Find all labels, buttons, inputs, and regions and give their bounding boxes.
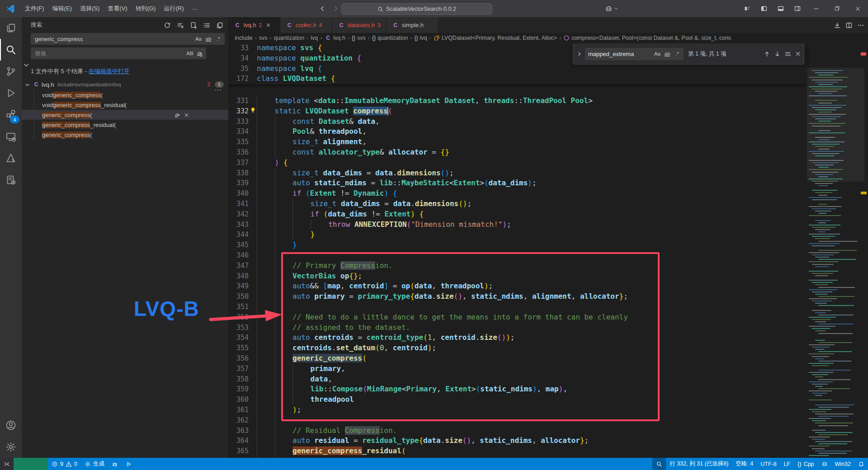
line-number[interactable]: 341 bbox=[228, 199, 249, 209]
activity-search-button[interactable] bbox=[0, 39, 22, 61]
code-line[interactable]: 350auto primary = primary_type{data.size… bbox=[228, 291, 807, 302]
previous-match-icon[interactable] bbox=[764, 51, 770, 57]
line-number[interactable]: 364 bbox=[228, 436, 249, 446]
line-number[interactable]: 340 bbox=[228, 188, 249, 199]
tab-simple-h[interactable]: Csimple.h bbox=[387, 17, 439, 33]
refresh-button[interactable] bbox=[162, 20, 172, 30]
dismiss-match-button[interactable] bbox=[184, 112, 189, 118]
open-in-editor-button[interactable] bbox=[215, 20, 225, 30]
replace-input[interactable] bbox=[31, 47, 206, 59]
breadcrumb-item[interactable]: svs bbox=[259, 35, 268, 41]
line-number[interactable]: 339 bbox=[228, 178, 249, 188]
activity-run-debug-button[interactable] bbox=[0, 82, 22, 104]
status-problems[interactable]: 90 bbox=[48, 458, 81, 470]
line-number[interactable]: 334 bbox=[228, 127, 249, 137]
activity-cmake-button[interactable] bbox=[0, 147, 22, 169]
minimize-button[interactable] bbox=[806, 0, 826, 17]
open-in-editor-link[interactable]: 在编辑器中打开 bbox=[89, 68, 130, 75]
line-number[interactable]: 344 bbox=[228, 230, 249, 240]
breadcrumb-item[interactable]: {}svs bbox=[352, 35, 366, 41]
line-number[interactable]: 347 bbox=[228, 261, 249, 271]
menu-item-6[interactable]: ··· bbox=[188, 4, 202, 14]
command-center-search[interactable]: ScalableVectorSearch-0.0.2 bbox=[341, 3, 492, 15]
breadcrumb-item[interactable]: LVQDataset<Primary, Residual, Extent, Al… bbox=[434, 35, 557, 41]
code-line[interactable]: 354auto centroids = centroid_type(1, cen… bbox=[228, 333, 807, 343]
status-run-target[interactable] bbox=[122, 458, 135, 470]
line-number[interactable]: 358 bbox=[228, 374, 249, 385]
code-line[interactable]: 343throw ANNEXCEPTION("Dimension mismatc… bbox=[228, 220, 807, 230]
find-whole-word-option[interactable]: ab bbox=[663, 49, 672, 58]
search-result-row[interactable]: void generic_compress_residual( bbox=[34, 100, 228, 110]
nav-back-icon[interactable] bbox=[319, 5, 326, 12]
line-number[interactable]: 337 bbox=[228, 158, 249, 168]
code-line[interactable]: 355centroids.set_datum(0, centroid); bbox=[228, 343, 807, 353]
menu-item-0[interactable]: 文件(F) bbox=[21, 3, 48, 14]
copilot-menu-button[interactable] bbox=[605, 3, 618, 14]
code-line[interactable]: 331template <data::ImmutableMemoryDatase… bbox=[228, 96, 807, 106]
breadcrumb-item[interactable]: {}lvq bbox=[415, 35, 427, 41]
line-number[interactable]: 335 bbox=[228, 137, 249, 147]
replace-match-button[interactable] bbox=[175, 112, 181, 118]
menu-item-3[interactable]: 查看(V) bbox=[104, 3, 131, 14]
code-line[interactable]: 358data, bbox=[228, 374, 807, 385]
run-file-icon[interactable] bbox=[834, 22, 841, 29]
menu-item-1[interactable]: 编辑(E) bbox=[48, 3, 76, 14]
activity-cpp-tools-button[interactable] bbox=[0, 169, 22, 191]
status-indentation[interactable]: 空格: 4 bbox=[732, 458, 757, 470]
status-zoom-status[interactable] bbox=[652, 458, 666, 470]
line-number[interactable]: 345 bbox=[228, 240, 249, 250]
toggle-replace-button[interactable] bbox=[23, 52, 30, 78]
tab-datasets-h[interactable]: Cdatasets.h3 bbox=[332, 17, 387, 33]
line-number[interactable]: 336 bbox=[228, 147, 249, 158]
customize-layout-button[interactable] bbox=[739, 0, 755, 17]
code-line[interactable]: 348VectorBias op{}; bbox=[228, 271, 807, 282]
status-cursor-position[interactable]: 行 332, 列 31 (已选择8) bbox=[666, 458, 732, 470]
line-number[interactable]: 361 bbox=[228, 405, 249, 415]
more-actions-icon[interactable] bbox=[857, 22, 864, 29]
status-debug-target[interactable] bbox=[108, 458, 122, 470]
breadcrumb-item[interactable]: Clvq.h bbox=[324, 35, 345, 41]
code-line[interactable]: 342if (data_dims != Extent) { bbox=[228, 209, 807, 220]
line-number[interactable]: 348 bbox=[228, 271, 249, 282]
status-encoding[interactable]: UTF-8 bbox=[757, 458, 780, 470]
status-remote-indicator[interactable] bbox=[0, 458, 14, 470]
code-line[interactable]: 363// Residual Compression. bbox=[228, 426, 807, 436]
breadcrumb-item[interactable]: quantization bbox=[274, 35, 304, 41]
tab-close-icon[interactable] bbox=[265, 22, 271, 28]
close-icon[interactable] bbox=[795, 51, 801, 57]
code-line[interactable]: 365generic_compress_residual( bbox=[228, 446, 807, 456]
next-match-icon[interactable] bbox=[774, 51, 781, 57]
whole-word-option[interactable]: ab bbox=[204, 34, 213, 43]
code-line[interactable]: 340if (Extent != Dynamic) { bbox=[228, 188, 807, 199]
search-result-row[interactable]: void generic_compress( bbox=[34, 90, 228, 100]
code-line[interactable]: 333const Dataset& data, bbox=[228, 117, 807, 127]
status-notifications[interactable] bbox=[854, 458, 868, 470]
breadcrumb-item[interactable]: lvq bbox=[311, 35, 318, 41]
line-number[interactable]: 331 bbox=[228, 96, 249, 106]
activity-account-button[interactable] bbox=[0, 414, 22, 436]
code-line[interactable]: 349auto&& [map, centroid] = op(data, thr… bbox=[228, 281, 807, 291]
line-number[interactable]: 172 bbox=[228, 74, 249, 84]
lightbulb-icon[interactable] bbox=[250, 107, 256, 113]
preserve-case-option[interactable]: AB bbox=[185, 49, 194, 58]
status-eol[interactable]: LF bbox=[780, 458, 794, 470]
breadcrumb-item[interactable]: {}quantization bbox=[372, 35, 408, 41]
breadcrumb-item[interactable]: include bbox=[235, 35, 253, 41]
line-number[interactable]: 354 bbox=[228, 333, 249, 343]
code-line[interactable]: 364auto residual = residual_type{data.si… bbox=[228, 436, 807, 446]
search-result-row[interactable]: generic_compress( bbox=[34, 130, 228, 140]
line-number[interactable]: 360 bbox=[228, 395, 249, 405]
status-build[interactable]: 生成 bbox=[81, 458, 108, 470]
activity-files-button[interactable] bbox=[0, 17, 22, 39]
replace-all-button[interactable] bbox=[195, 49, 204, 58]
new-search-editor-button[interactable] bbox=[189, 20, 198, 30]
chevron-right-icon[interactable] bbox=[576, 51, 582, 57]
line-number[interactable]: 349 bbox=[228, 281, 249, 291]
status-remote-status[interactable] bbox=[14, 458, 48, 470]
code-line[interactable]: 346 bbox=[228, 250, 807, 261]
line-number[interactable]: 363 bbox=[228, 426, 249, 436]
code-line[interactable]: 341size_t data_dims = data.dimensions(); bbox=[228, 199, 807, 209]
code-line[interactable]: 337) { bbox=[228, 158, 807, 168]
breadcrumb-item[interactable]: compress<Dataset, Pool>(const Dataset &,… bbox=[563, 35, 731, 41]
code-line[interactable]: 35namespace lvq { bbox=[228, 64, 807, 74]
